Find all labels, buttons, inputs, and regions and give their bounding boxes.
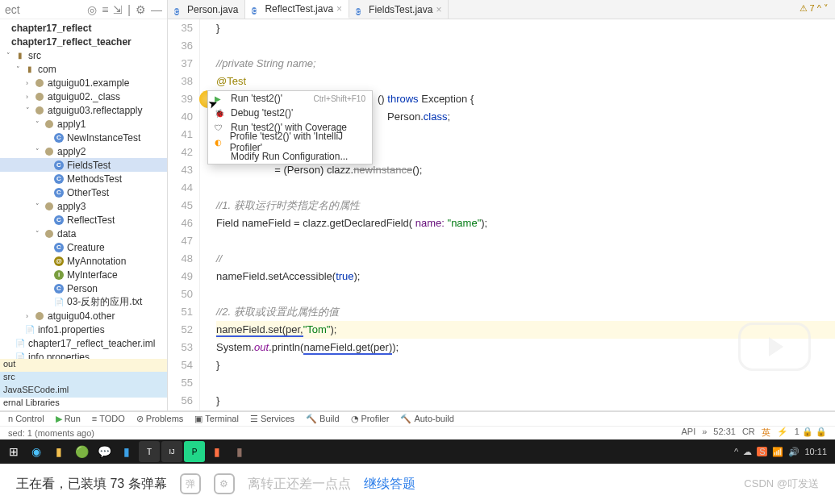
run-tool[interactable]: ▶Run (56, 414, 81, 424)
root-2[interactable]: chapter17_reflect_teacher (0, 35, 167, 48)
tray-wifi-icon[interactable]: 📶 (772, 447, 783, 457)
warnings-badge[interactable]: ⚠ 7 ^ ˅ (800, 3, 829, 14)
notes-icon[interactable]: ▮ (229, 441, 250, 462)
cls-fieldstest[interactable]: CFieldsTest (0, 158, 167, 172)
tray: ^ ☁ S 📶 🔊 10:11 (734, 447, 832, 457)
status-api[interactable]: API (681, 427, 695, 439)
danmu-link[interactable]: 继续答题 (364, 476, 415, 493)
status-lineend[interactable]: CR (742, 427, 755, 439)
file-txt[interactable]: 📄03-反射的应用.txt (0, 295, 167, 309)
todo-tool[interactable]: ≡ TODO (92, 414, 125, 423)
watching-text: 王在看，已装填 73 条弹幕 (16, 476, 167, 493)
cls-person[interactable]: CPerson (0, 281, 167, 295)
danmu-toggle-icon[interactable]: 弹 (180, 473, 201, 494)
tray-up-icon[interactable]: ^ (734, 447, 738, 456)
vcs-tool[interactable]: n Control (8, 414, 44, 423)
autobuild-tool[interactable]: 🔨 Auto-build (400, 414, 454, 424)
pkg-apply1[interactable]: ˅apply1 (0, 117, 167, 131)
pkg-example[interactable]: ›atguigu01.example (0, 76, 167, 90)
pycharm-icon[interactable]: P (184, 441, 205, 462)
javase-iml[interactable]: JavaSECode.iml (0, 385, 167, 398)
explorer-icon[interactable]: ▮ (48, 441, 69, 462)
cls-newinstance[interactable]: CNewInstanceTest (0, 131, 167, 144)
pkg-reflectapply[interactable]: ˅atguigu03.reflectapply (0, 103, 167, 117)
context-menu: ▶Run 'test2()'Ctrl+Shift+F10 🐞Debug 'tes… (207, 90, 373, 165)
project-tree[interactable]: chapter17_reflect chapter17_reflect_teac… (0, 19, 167, 359)
cls-myinterface[interactable]: IMyInterface (0, 268, 167, 281)
windows-taskbar: ⊞ ◉ ▮ 🟢 💬 ▮ T IJ P ▮ ▮ ^ ☁ S 📶 🔊 10:11 (0, 439, 835, 464)
tray-sound-icon[interactable]: 🔊 (788, 447, 800, 457)
file-info[interactable]: 📄info.properties (0, 350, 167, 359)
start-icon[interactable]: ⊞ (3, 441, 24, 462)
status-power[interactable]: ⚡ (777, 427, 788, 439)
services-tool[interactable]: ☰ Services (250, 414, 294, 424)
project-toolbar: ect ◎ ≡ ⇲ | ⚙ — (0, 0, 167, 19)
pkg-com[interactable]: ˅▮com (0, 62, 167, 76)
file-info1[interactable]: 📄info1.properties (0, 323, 167, 336)
status-bar: sed: 1 (moments ago) API » 52:31 CR 英 ⚡ … (0, 426, 835, 440)
status-chevrons[interactable]: » (702, 427, 707, 439)
menu-debug[interactable]: 🐞Debug 'test2()' (208, 106, 372, 120)
video-controls: 王在看，已装填 73 条弹幕 弹 ⚙ 离转正还差一点点 继续答题 CSDN @叮… (0, 464, 835, 504)
status-lock: 1 🔒 🔒 (795, 427, 827, 439)
root-1[interactable]: chapter17_reflect (0, 21, 167, 35)
close-icon[interactable]: × (336, 3, 342, 15)
divider-icon: | (127, 3, 131, 16)
wechat-icon[interactable]: 💬 (94, 441, 115, 462)
menu-run[interactable]: ▶Run 'test2()'Ctrl+Shift+F10 (208, 91, 372, 106)
expand-icon[interactable]: ⇲ (113, 3, 123, 16)
file-iml[interactable]: 📄chapter17_reflect_teacher.iml (0, 336, 167, 350)
pkg-apply2[interactable]: ˅apply2 (0, 144, 167, 158)
cls-othertest[interactable]: COtherTest (0, 185, 167, 199)
src-folder[interactable]: ˅▮src (0, 48, 167, 62)
profiler-tool[interactable]: ◔ Profiler (351, 414, 390, 424)
project-label: ect (5, 3, 20, 16)
edge-icon[interactable]: ◉ (26, 441, 47, 462)
target-icon[interactable]: ◎ (87, 3, 97, 16)
code-editor[interactable]: 3536373839404142434445464748495051525354… (168, 19, 835, 410)
danmu-hint: 离转正还差一点点 (248, 476, 351, 493)
tool-window-bar: n Control ▶Run ≡ TODO ⊘ Problems ▣ Termi… (0, 411, 835, 426)
cls-reflecttest[interactable]: CReflectTest (0, 213, 167, 227)
tray-cloud-icon[interactable]: ☁ (743, 447, 752, 457)
typora-icon[interactable]: T (139, 441, 160, 462)
tab-reflecttest[interactable]: CReflectTest.java× (245, 0, 349, 19)
status-ime[interactable]: 英 (762, 427, 770, 439)
app-icon[interactable]: ▮ (207, 441, 228, 462)
line-gutter: 3536373839404142434445464748495051525354… (168, 19, 200, 410)
hide-icon[interactable]: — (151, 3, 162, 16)
vscode-icon[interactable]: ▮ (116, 441, 137, 462)
cls-creature[interactable]: CCreature (0, 240, 167, 254)
tab-fieldstest[interactable]: CFieldsTest.java× (349, 0, 449, 19)
csdn-watermark: CSDN @叮发送 (744, 477, 819, 491)
collapse-icon[interactable]: ≡ (102, 3, 108, 16)
cls-methodstest[interactable]: CMethodsTest (0, 172, 167, 185)
chrome-icon[interactable]: 🟢 (71, 441, 92, 462)
pkg-other[interactable]: ›atguigu04.other (0, 309, 167, 323)
intellij-icon[interactable]: IJ (161, 441, 182, 462)
tray-ime-icon[interactable]: S (757, 447, 767, 456)
menu-profile[interactable]: ◐Profile 'test2()' with 'IntelliJ Profil… (208, 135, 372, 149)
gear-icon[interactable]: ⚙ (136, 3, 146, 16)
status-left: sed: 1 (moments ago) (8, 428, 94, 438)
external-libs[interactable]: ernal Libraries (0, 398, 167, 410)
problems-tool[interactable]: ⊘ Problems (136, 414, 183, 424)
cls-myannotation[interactable]: @MyAnnotation (0, 254, 167, 268)
play-overlay-icon[interactable] (738, 323, 811, 371)
out-folder[interactable]: out (0, 359, 167, 372)
terminal-tool[interactable]: ▣ Terminal (194, 414, 239, 424)
pkg-apply3[interactable]: ˅apply3 (0, 199, 167, 213)
project-extra: out src JavaSECode.iml ernal Libraries (0, 359, 167, 410)
build-tool[interactable]: 🔨 Build (306, 414, 339, 424)
menu-modify[interactable]: Modify Run Configuration... (208, 149, 372, 164)
pkg-class[interactable]: ›atguigu02._class (0, 90, 167, 103)
pkg-data[interactable]: ˅data (0, 227, 167, 240)
editor-tabs: CPerson.java CReflectTest.java× CFieldsT… (168, 0, 835, 19)
tab-person[interactable]: CPerson.java (168, 0, 245, 19)
status-cursor: 52:31 (713, 427, 736, 439)
src-folder-2[interactable]: src (0, 372, 167, 385)
danmu-settings-icon[interactable]: ⚙ (214, 473, 235, 494)
tray-time[interactable]: 10:11 (804, 447, 827, 456)
close-icon[interactable]: × (436, 4, 441, 15)
